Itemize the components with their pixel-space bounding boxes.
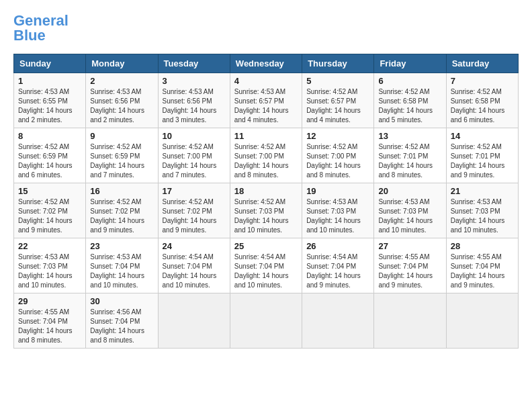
day-info: Sunrise: 4:54 AMSunset: 7:04 PMDaylight:… [234, 253, 298, 290]
logo-text: General Blue [13, 13, 69, 43]
day-info: Sunrise: 4:52 AMSunset: 7:00 PMDaylight:… [234, 142, 298, 180]
day-info: Sunrise: 4:54 AMSunset: 7:04 PMDaylight:… [306, 253, 369, 290]
calendar-cell: 20 Sunrise: 4:53 AMSunset: 7:03 PMDaylig… [374, 183, 446, 238]
day-number: 2 [90, 76, 153, 86]
day-number: 30 [90, 296, 153, 306]
day-number: 15 [18, 186, 81, 196]
day-number: 23 [90, 241, 153, 251]
day-info: Sunrise: 4:52 AMSunset: 7:01 PMDaylight:… [378, 142, 441, 180]
calendar-cell: 6 Sunrise: 4:52 AMSunset: 6:58 PMDayligh… [374, 73, 446, 128]
day-number: 14 [451, 131, 514, 141]
day-number: 27 [378, 241, 441, 251]
day-info: Sunrise: 4:52 AMSunset: 7:02 PMDaylight:… [163, 197, 226, 235]
calendar-cell: 16 Sunrise: 4:52 AMSunset: 7:02 PMDaylig… [86, 183, 158, 238]
calendar-cell [302, 293, 374, 349]
day-info: Sunrise: 4:52 AMSunset: 6:57 PMDaylight:… [306, 87, 369, 125]
day-info: Sunrise: 4:52 AMSunset: 7:02 PMDaylight:… [90, 197, 153, 235]
day-number: 9 [90, 131, 153, 141]
weekday-header-sunday: Sunday [14, 54, 86, 73]
calendar-cell [446, 293, 518, 349]
day-number: 1 [18, 76, 81, 86]
day-info: Sunrise: 4:53 AMSunset: 6:57 PMDaylight:… [234, 87, 298, 125]
day-number: 13 [378, 131, 441, 141]
calendar-cell: 13 Sunrise: 4:52 AMSunset: 7:01 PMDaylig… [374, 128, 446, 183]
day-info: Sunrise: 4:53 AMSunset: 6:56 PMDaylight:… [90, 87, 153, 125]
week-row-5: 29 Sunrise: 4:55 AMSunset: 7:04 PMDaylig… [14, 293, 519, 349]
calendar-cell: 4 Sunrise: 4:53 AMSunset: 6:57 PMDayligh… [230, 73, 302, 128]
weekday-header-wednesday: Wednesday [230, 54, 302, 73]
calendar-cell: 8 Sunrise: 4:52 AMSunset: 6:59 PMDayligh… [14, 128, 86, 183]
calendar-cell: 24 Sunrise: 4:54 AMSunset: 7:04 PMDaylig… [158, 238, 230, 293]
day-info: Sunrise: 4:52 AMSunset: 7:02 PMDaylight:… [18, 197, 81, 235]
calendar-cell: 27 Sunrise: 4:55 AMSunset: 7:04 PMDaylig… [374, 238, 446, 293]
calendar-cell: 28 Sunrise: 4:55 AMSunset: 7:04 PMDaylig… [446, 238, 518, 293]
day-number: 24 [163, 241, 226, 251]
calendar-cell [374, 293, 446, 349]
calendar-cell: 3 Sunrise: 4:53 AMSunset: 6:56 PMDayligh… [158, 73, 230, 128]
calendar-cell: 25 Sunrise: 4:54 AMSunset: 7:04 PMDaylig… [230, 238, 302, 293]
week-row-1: 1 Sunrise: 4:53 AMSunset: 6:55 PMDayligh… [14, 73, 519, 128]
weekday-header-saturday: Saturday [446, 54, 518, 73]
logo: General Blue [13, 13, 69, 43]
calendar-cell: 22 Sunrise: 4:53 AMSunset: 7:03 PMDaylig… [14, 238, 86, 293]
day-number: 25 [234, 241, 298, 251]
calendar-cell: 29 Sunrise: 4:55 AMSunset: 7:04 PMDaylig… [14, 293, 86, 349]
calendar-cell [158, 293, 230, 349]
day-info: Sunrise: 4:55 AMSunset: 7:04 PMDaylight:… [378, 253, 441, 290]
calendar-cell: 2 Sunrise: 4:53 AMSunset: 6:56 PMDayligh… [86, 73, 158, 128]
day-number: 22 [18, 241, 81, 251]
calendar-cell: 23 Sunrise: 4:53 AMSunset: 7:04 PMDaylig… [86, 238, 158, 293]
day-number: 26 [306, 241, 369, 251]
day-info: Sunrise: 4:52 AMSunset: 6:59 PMDaylight:… [90, 142, 153, 180]
calendar-cell: 18 Sunrise: 4:52 AMSunset: 7:03 PMDaylig… [230, 183, 302, 238]
weekday-header-thursday: Thursday [302, 54, 374, 73]
day-info: Sunrise: 4:52 AMSunset: 6:58 PMDaylight:… [378, 87, 441, 125]
day-info: Sunrise: 4:53 AMSunset: 7:03 PMDaylight:… [451, 197, 514, 235]
day-number: 21 [451, 186, 514, 196]
day-number: 8 [18, 131, 81, 141]
day-info: Sunrise: 4:53 AMSunset: 6:55 PMDaylight:… [18, 87, 81, 125]
calendar-cell: 15 Sunrise: 4:52 AMSunset: 7:02 PMDaylig… [14, 183, 86, 238]
calendar-cell: 21 Sunrise: 4:53 AMSunset: 7:03 PMDaylig… [446, 183, 518, 238]
day-number: 18 [234, 186, 298, 196]
calendar-cell: 14 Sunrise: 4:52 AMSunset: 7:01 PMDaylig… [446, 128, 518, 183]
day-number: 3 [163, 76, 226, 86]
day-info: Sunrise: 4:52 AMSunset: 6:58 PMDaylight:… [451, 87, 514, 125]
week-row-2: 8 Sunrise: 4:52 AMSunset: 6:59 PMDayligh… [14, 128, 519, 183]
day-number: 4 [234, 76, 298, 86]
day-info: Sunrise: 4:53 AMSunset: 7:03 PMDaylight:… [306, 197, 369, 235]
day-number: 29 [18, 296, 81, 306]
day-number: 19 [306, 186, 369, 196]
day-number: 10 [163, 131, 226, 141]
day-info: Sunrise: 4:52 AMSunset: 7:01 PMDaylight:… [451, 142, 514, 180]
day-number: 6 [378, 76, 441, 86]
weekday-header-tuesday: Tuesday [158, 54, 230, 73]
day-info: Sunrise: 4:53 AMSunset: 7:04 PMDaylight:… [90, 253, 153, 290]
day-number: 11 [234, 131, 298, 141]
weekday-header-monday: Monday [86, 54, 158, 73]
weekday-header-row: SundayMondayTuesdayWednesdayThursdayFrid… [14, 54, 519, 73]
calendar-cell: 5 Sunrise: 4:52 AMSunset: 6:57 PMDayligh… [302, 73, 374, 128]
calendar-cell: 26 Sunrise: 4:54 AMSunset: 7:04 PMDaylig… [302, 238, 374, 293]
day-number: 12 [306, 131, 369, 141]
week-row-3: 15 Sunrise: 4:52 AMSunset: 7:02 PMDaylig… [14, 183, 519, 238]
day-info: Sunrise: 4:52 AMSunset: 7:00 PMDaylight:… [306, 142, 369, 180]
day-info: Sunrise: 4:55 AMSunset: 7:04 PMDaylight:… [451, 253, 514, 290]
calendar-cell: 12 Sunrise: 4:52 AMSunset: 7:00 PMDaylig… [302, 128, 374, 183]
day-info: Sunrise: 4:54 AMSunset: 7:04 PMDaylight:… [163, 253, 226, 290]
page-header: General Blue [13, 13, 519, 43]
day-number: 17 [163, 186, 226, 196]
weekday-header-friday: Friday [374, 54, 446, 73]
day-info: Sunrise: 4:52 AMSunset: 7:00 PMDaylight:… [163, 142, 226, 180]
day-number: 16 [90, 186, 153, 196]
calendar-cell: 11 Sunrise: 4:52 AMSunset: 7:00 PMDaylig… [230, 128, 302, 183]
day-info: Sunrise: 4:53 AMSunset: 6:56 PMDaylight:… [163, 87, 226, 125]
calendar-table: SundayMondayTuesdayWednesdayThursdayFrid… [13, 54, 519, 349]
day-number: 7 [451, 76, 514, 86]
calendar-cell: 7 Sunrise: 4:52 AMSunset: 6:58 PMDayligh… [446, 73, 518, 128]
calendar-cell: 10 Sunrise: 4:52 AMSunset: 7:00 PMDaylig… [158, 128, 230, 183]
logo-blue: Blue [13, 27, 46, 44]
day-info: Sunrise: 4:52 AMSunset: 6:59 PMDaylight:… [18, 142, 81, 180]
day-info: Sunrise: 4:56 AMSunset: 7:04 PMDaylight:… [90, 308, 153, 345]
day-info: Sunrise: 4:53 AMSunset: 7:03 PMDaylight:… [18, 253, 81, 290]
